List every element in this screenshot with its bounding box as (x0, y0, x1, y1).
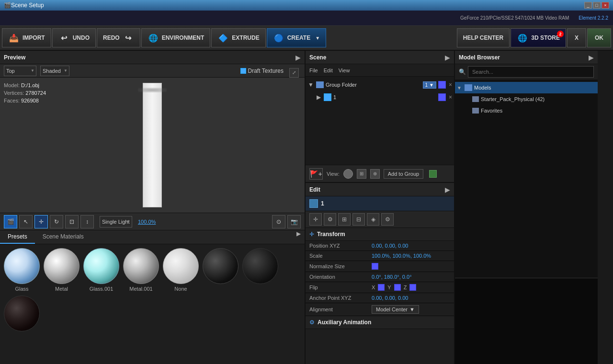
ok-button[interactable]: OK (587, 28, 611, 47)
alignment-dropdown[interactable]: Model Center ▼ (372, 305, 419, 314)
material-sphere-glass[interactable] (4, 248, 40, 284)
environment-button[interactable]: 🌐 ENVIRONMENT (141, 28, 211, 47)
position-value[interactable]: 0.00, 0.00, 0.00 (372, 243, 408, 249)
anchor-value[interactable]: 0.00, 0.00, 0.00 (372, 295, 408, 301)
extrude-button[interactable]: 🔷 EXTRUDE (211, 28, 265, 47)
tab-scene-materials[interactable]: Scene Materials (35, 230, 91, 244)
scene-expand-icon[interactable]: ▶ (445, 54, 450, 61)
snapshot-button[interactable]: 📷 (287, 215, 301, 228)
edit-expand-icon[interactable]: ▶ (445, 186, 450, 193)
rotate-tool-button[interactable]: ↻ (50, 215, 63, 228)
preview-fullscreen-button[interactable]: ⤢ (289, 68, 299, 78)
zoom-level[interactable]: 100.0% (138, 219, 156, 225)
models-collapse-icon[interactable]: ▼ (457, 85, 463, 91)
list-item[interactable] (4, 296, 40, 333)
model-browser-expand-icon[interactable]: ▶ (589, 54, 594, 61)
scene-menu-view[interactable]: View (339, 68, 350, 73)
redo-button[interactable]: REDO ↪ (97, 28, 140, 47)
import-button[interactable]: 📥 IMPORT (2, 28, 51, 47)
list-item[interactable]: Glass.001 (83, 248, 119, 292)
list-item[interactable]: None (163, 248, 199, 292)
x-button[interactable]: X (567, 28, 586, 47)
maximize-button[interactable]: □ (593, 2, 601, 9)
view-expand-button[interactable]: ⊕ (370, 169, 380, 179)
orientation-value[interactable]: 0.0°, 180.0°, 0.0° (372, 274, 412, 280)
normalize-checkbox[interactable] (372, 263, 378, 270)
scale-value[interactable]: 100.0%, 100.0%, 100.0% (372, 253, 431, 259)
tree-item-delete-button[interactable]: × (449, 94, 452, 101)
settings-edit-tool[interactable]: ⚙ (324, 213, 336, 226)
tree-item-visibility-toggle[interactable] (438, 93, 446, 101)
tree-row[interactable]: ▼ Models (455, 82, 598, 93)
select-tool-button[interactable]: ↖ (19, 215, 33, 228)
light-select[interactable]: Single Light Two Lights No Light (100, 216, 132, 228)
tree-expand-sub-icon[interactable]: ▶ (315, 94, 322, 101)
list-item[interactable]: Metal.001 (123, 248, 159, 292)
create-button[interactable]: 🔵 CREATE ▼ (267, 28, 326, 47)
material-sphere-dark2[interactable] (242, 248, 278, 284)
grid2-edit-tool[interactable]: ⊟ (352, 213, 365, 226)
list-item[interactable] (203, 248, 238, 292)
preview-canvas[interactable]: Model: D:/1.obj Vertices: 2780724 Faces:… (0, 78, 305, 213)
draft-textures-toggle[interactable]: Draft Textures (240, 68, 284, 74)
material-sphere-dark3[interactable] (4, 296, 40, 331)
scene-menu-file[interactable]: File (309, 68, 318, 73)
move-tool-button[interactable]: ✛ (34, 215, 48, 228)
tree-visibility-toggle[interactable] (438, 81, 446, 89)
scene-menu-edit[interactable]: Edit (324, 68, 333, 73)
view-select[interactable]: Top Front Left Right Perspective (4, 66, 36, 76)
3d-object-shadow (138, 88, 167, 92)
material-sphere-metal001[interactable] (123, 248, 159, 284)
presets-tabs: Presets Scene Materials ▶ (0, 230, 305, 244)
list-item[interactable] (242, 248, 278, 292)
environment-label: ENVIRONMENT (162, 34, 204, 41)
draft-textures-checkbox[interactable] (240, 68, 246, 74)
material-sphere-glass001[interactable] (83, 248, 119, 284)
preview-expand-icon[interactable]: ▶ (295, 54, 301, 61)
scale-tool-button[interactable]: ⊡ (65, 215, 79, 228)
view-grid-button[interactable]: ⊞ (357, 169, 366, 179)
move-edit-tool[interactable]: ✛ (309, 213, 322, 226)
list-item[interactable]: Metal (44, 248, 79, 292)
tree-row[interactable]: Favorites (455, 105, 598, 116)
add-to-group-button[interactable]: Add to Group (384, 169, 423, 179)
help-center-button[interactable]: HELP CENTER (457, 28, 510, 47)
close-button[interactable]: × (602, 2, 609, 9)
shade-select-wrap: Shaded Wireframe Solid ▼ (40, 66, 69, 76)
tree-row[interactable]: ▶ 1 × (306, 91, 454, 103)
flip-y-checkbox[interactable] (394, 284, 401, 291)
presets-expand-button[interactable]: ▶ (293, 230, 305, 244)
tree-row[interactable]: ▼ Group Folder 1 ▼ × (306, 79, 454, 91)
list-item[interactable]: Glass (4, 248, 40, 292)
tree-collapse-icon[interactable]: ▼ (307, 81, 314, 88)
minimize-button[interactable]: _ (584, 2, 592, 9)
flip-z-checkbox[interactable] (409, 284, 416, 291)
aux-anim-section-header[interactable]: ⚙ Auxiliary Animation (306, 316, 454, 329)
flip-x-checkbox[interactable] (378, 284, 385, 291)
tree-delete-button[interactable]: × (449, 81, 452, 88)
alignment-label: Alignment (309, 307, 372, 312)
material-sphere-metal[interactable] (44, 248, 79, 284)
add-scene-button[interactable]: 🚩+ (309, 168, 323, 180)
undo-button[interactable]: ↩ UNDO (52, 28, 96, 47)
grid-edit-tool[interactable]: ⊞ (338, 213, 351, 226)
camera-tool-button[interactable]: 🎬 (4, 215, 17, 228)
material-sphere-none[interactable] (163, 248, 199, 284)
render-button[interactable]: ⊙ (272, 215, 285, 228)
transform-section-header[interactable]: ✛ Transform (306, 228, 454, 241)
faces-row: Faces: 926908 (4, 97, 46, 104)
create-label: CREATE (287, 34, 310, 41)
material-sphere-dark1[interactable] (203, 248, 238, 284)
shade-select[interactable]: Shaded Wireframe Solid (40, 66, 69, 76)
tree-row[interactable]: Starter_Pack_Physical (42) (455, 93, 598, 105)
flip-y-label: Y (387, 284, 391, 290)
gear-edit-tool[interactable]: ⚙ (381, 213, 394, 226)
store-button[interactable]: 🌐 3D STORE 2 (511, 28, 566, 47)
view-circle-button[interactable] (343, 169, 353, 179)
tab-presets[interactable]: Presets (0, 230, 35, 244)
badge-dropdown-arrow[interactable]: ▼ (429, 82, 434, 88)
shape-edit-tool[interactable]: ◈ (367, 213, 379, 226)
search-input[interactable] (468, 66, 594, 78)
transform-tool-button[interactable]: ↕ (80, 215, 94, 228)
create-icon: 🔵 (273, 32, 284, 44)
